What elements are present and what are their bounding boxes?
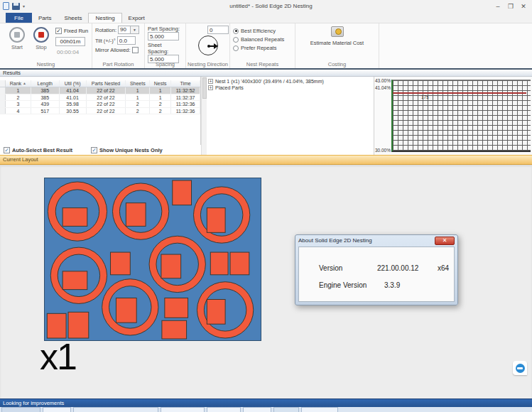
rect-part[interactable] [210, 252, 228, 275]
table-scrollbar[interactable] [201, 77, 207, 155]
quick-access-toolbar: ▾ [0, 2, 50, 10]
table-row[interactable]: 138541.0422 of 221111:32:52 [0, 87, 200, 94]
row-selector[interactable] [0, 108, 6, 114]
auto-select-checkbox[interactable] [4, 147, 10, 153]
results-panel: Rank▲LengthUtil (%)Parts NestedSheetsNes… [0, 77, 532, 155]
estimate-cost-button[interactable]: Estimate Material Cost [310, 40, 364, 46]
radio-icon[interactable] [233, 45, 239, 51]
rotation-select[interactable]: 90 ▼ [118, 26, 139, 34]
group-label-nest-repeats: Nest Repeats [230, 61, 295, 67]
minimize-button[interactable]: – [492, 1, 504, 11]
column-header-length[interactable]: Length [31, 80, 60, 87]
ribbon-group-nest-repeats: Best EfficiencyBalanced RepeatsPrefer Re… [230, 23, 295, 68]
rect-part[interactable] [47, 313, 66, 338]
fixed-run-checkbox[interactable] [55, 28, 62, 34]
radio-icon[interactable] [233, 28, 239, 34]
title-bar: ▾ untitled* - Solid Edge 2D Nesting – ❐ … [0, 0, 532, 12]
cell-parts-nested: 22 of 22 [87, 87, 126, 94]
column-header-rank[interactable]: Rank▲ [6, 80, 31, 87]
direction-dial-icon[interactable] [198, 36, 218, 55]
version-value: 221.00.00.12 [377, 264, 418, 272]
group-label-part-rotation: Part Rotation [92, 61, 144, 67]
column-header-nests[interactable]: Nests [150, 80, 171, 87]
repeat-option-prefer-repeats[interactable]: Prefer Repeats [233, 45, 292, 51]
y-tick-bottom: 30.00% [375, 148, 391, 153]
column-header-sheets[interactable]: Sheets [126, 80, 150, 87]
rect-part[interactable] [161, 254, 181, 278]
row-selector[interactable] [0, 87, 6, 94]
ribbon-group-nesting-direction: Nesting Direction [186, 23, 230, 68]
tab-file[interactable]: File [6, 13, 32, 23]
taskbar-button[interactable] [207, 407, 241, 412]
tree-item-nest[interactable]: +Nest 1 (x1) '400x300' (39.49% / 41.04%,… [208, 79, 372, 84]
expand-icon[interactable]: + [208, 79, 213, 84]
rect-part[interactable] [230, 252, 249, 275]
rect-part[interactable] [63, 271, 87, 290]
save-icon[interactable] [12, 3, 20, 10]
new-document-icon[interactable] [3, 2, 9, 10]
rect-part[interactable] [126, 203, 146, 227]
qat-dropdown-icon[interactable]: ▾ [23, 4, 25, 9]
rect-part[interactable] [162, 320, 187, 339]
taskbar-button[interactable] [43, 407, 71, 412]
rect-part[interactable] [116, 298, 136, 323]
table-row[interactable]: 343935.9822 of 222211:32:36 [0, 101, 200, 108]
rotation-label: Rotation: [95, 27, 116, 33]
direction-angle-field[interactable] [207, 26, 229, 34]
about-close-button[interactable]: ✕ [435, 237, 455, 245]
cell-parts-nested: 22 of 22 [87, 108, 126, 114]
tree-item-placed-parts[interactable]: +Placed Parts [208, 85, 372, 90]
taskbar-button[interactable] [243, 407, 271, 412]
close-button[interactable]: ✕ [518, 1, 529, 11]
expand-icon[interactable]: + [208, 85, 213, 90]
radio-icon[interactable] [233, 37, 239, 43]
rotation-value: 90 [118, 26, 131, 34]
part-spacing-field[interactable] [148, 32, 179, 40]
rect-part[interactable] [165, 298, 188, 318]
repeat-option-best-efficiency[interactable]: Best Efficiency [233, 28, 292, 34]
row-selector[interactable] [0, 101, 6, 107]
column-header-time[interactable]: Time [171, 80, 200, 87]
restore-button[interactable]: ❐ [505, 1, 516, 11]
tilt-field[interactable] [117, 36, 136, 45]
group-label-costing: Costing [295, 61, 379, 67]
elapsed-time: 00:00:04 [57, 49, 88, 55]
cell-nests: 1 [150, 87, 171, 94]
tab-sheets[interactable]: Sheets [58, 13, 89, 23]
mirror-allowed-label: Mirror Allowed: [95, 47, 131, 53]
tab-parts[interactable]: Parts [32, 13, 58, 23]
tab-nesting[interactable]: Nesting [88, 13, 121, 23]
start-button[interactable] [9, 27, 25, 43]
stop-button[interactable] [33, 27, 49, 43]
taskbar-button[interactable] [73, 407, 158, 412]
rect-part[interactable] [111, 252, 131, 275]
repeat-option-balanced-repeats[interactable]: Balanced Repeats [233, 36, 292, 43]
rect-part[interactable] [207, 208, 225, 233]
mirror-allowed-checkbox[interactable] [132, 47, 139, 53]
radio-label: Prefer Repeats [241, 45, 276, 51]
rect-part[interactable] [63, 208, 87, 227]
taskbar-button[interactable] [273, 407, 299, 412]
row-selector-header [0, 80, 6, 87]
taskbar-button[interactable] [1, 407, 40, 412]
nest-sheet[interactable] [44, 178, 261, 341]
rect-part[interactable] [68, 312, 89, 338]
table-row[interactable]: 451730.5522 of 222211:32:36 [0, 108, 200, 115]
about-dialog-title: About Solid Edge 2D Nesting [298, 237, 435, 244]
remote-support-icon[interactable] [513, 361, 527, 375]
rect-part[interactable] [207, 300, 225, 325]
cell-rank: 3 [6, 101, 31, 107]
duration-field[interactable] [55, 37, 85, 46]
taskbar-button[interactable] [161, 407, 205, 412]
chevron-down-icon[interactable]: ▼ [131, 26, 139, 34]
row-selector[interactable] [0, 94, 6, 101]
taskbar-button[interactable] [301, 407, 338, 412]
table-row[interactable]: 238541.0122 of 221111:32:37 [0, 94, 200, 102]
rect-part[interactable] [173, 180, 192, 205]
tab-export[interactable]: Export [122, 13, 151, 23]
show-unique-checkbox[interactable] [91, 147, 97, 153]
estimate-cost-icon[interactable] [331, 26, 344, 37]
column-header-parts-nested[interactable]: Parts Nested [87, 80, 126, 87]
column-header-util-[interactable]: Util (%) [60, 80, 87, 87]
arch-value: x64 [438, 264, 449, 272]
